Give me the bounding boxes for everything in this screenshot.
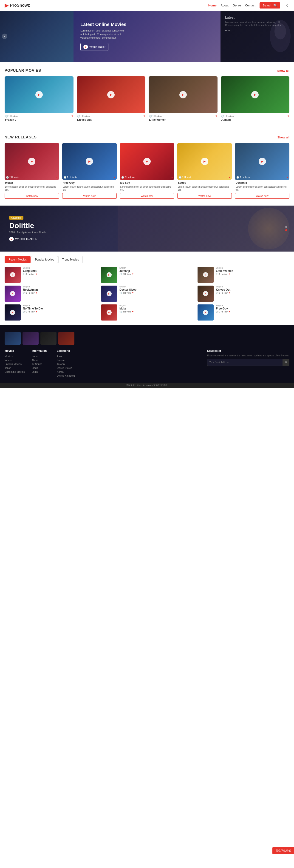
recent-play-button[interactable]: ▶ [10,310,15,315]
recent-movie-info: English Mulan 🕐 2 Hr 4min ♥ [120,304,193,313]
recent-play-button[interactable]: ▶ [203,310,208,315]
play-button[interactable]: ▶ [143,158,151,165]
movie-poster[interactable]: ▶ 🕐 2 Hr 4min ♥ [120,143,174,180]
recent-heart-icon[interactable]: ♥ [229,310,230,313]
heart-icon[interactable]: ♥ [71,115,73,118]
footer-link[interactable]: United States [57,367,75,369]
watch-trailer-button[interactable]: ▶ Watch Trailer [80,43,108,51]
newsletter-email-input[interactable] [207,359,283,366]
play-button[interactable]: ▶ [259,158,266,165]
heart-icon[interactable]: ♥ [56,176,58,179]
recent-title: Knives Out [216,288,289,291]
recent-heart-icon[interactable]: ♥ [132,291,134,294]
recent-play-button[interactable]: ▶ [203,272,208,277]
footer-link[interactable]: About [31,359,50,362]
hero-content: Latest Online Movies Lorem ipsum dolor s… [80,22,131,51]
footer-col: InformationHomeAboutTv SeriesBlogsLogin [31,349,50,378]
recent-thumb[interactable]: ▶ [198,304,214,320]
play-button[interactable]: ▶ [35,91,43,98]
play-button[interactable]: ▶ [201,158,208,165]
recent-thumb[interactable]: ▶ [5,286,21,302]
watch-now-button[interactable]: Watch now [120,193,174,199]
movie-poster[interactable]: ▶ 🕐 2 Hr 4min ♥ [177,143,232,180]
recent-thumb[interactable]: ▶ [5,304,21,320]
recent-play-button[interactable]: ▶ [106,310,111,315]
footer-link[interactable]: Movies [5,355,25,358]
recent-play-button[interactable]: ▶ [106,272,111,277]
popular-movies-show-all[interactable]: Show all [277,69,289,72]
recent-thumb[interactable]: ▶ [5,267,21,283]
heart-icon[interactable]: ♥ [113,176,115,179]
heart-icon[interactable]: ♥ [286,176,288,179]
footer-link[interactable]: United Kingdom [57,374,75,377]
play-button[interactable]: ▶ [86,158,93,165]
heart-icon[interactable]: ♥ [215,115,217,118]
nav-home[interactable]: Home [208,4,217,7]
footer-link[interactable]: Upcoming Movies [5,370,25,373]
movie-poster[interactable]: ▶ 🕐 2 Hr 4min ♥ [62,143,117,180]
promo-watch-button[interactable]: ▶ WATCH TRAILER [9,237,37,242]
movie-poster[interactable]: ▶ [5,76,73,113]
play-button[interactable]: ▶ [107,91,115,98]
heart-icon[interactable]: ♥ [143,115,145,118]
nav-about[interactable]: About [221,4,229,7]
recent-thumb[interactable]: ▶ [198,267,214,283]
promo-dot-2[interactable] [285,229,287,231]
search-button[interactable]: Search 🔍 [260,2,280,8]
movie-poster[interactable]: ▶ [221,76,290,113]
recent-thumb[interactable]: ▶ [198,286,214,302]
footer-link[interactable]: Home [31,355,50,358]
tab-popular-movies[interactable]: Popular Movies [31,256,58,263]
watch-now-button[interactable]: Watch now [5,193,59,199]
recent-heart-icon[interactable]: ♥ [36,310,37,313]
footer-link[interactable]: English Movies [5,363,25,365]
footer-link[interactable]: Login [31,370,50,373]
footer-link[interactable]: Videos [5,359,25,362]
heart-icon[interactable]: ♥ [287,115,289,118]
tab-trend-movies[interactable]: Trend Movies [58,256,83,263]
footer-link[interactable]: France [57,359,75,362]
recent-thumb[interactable]: ▶ [101,286,117,302]
footer-link[interactable]: Tailor [5,367,25,369]
tab-recent-movies[interactable]: Recent Movies [5,256,31,263]
recent-heart-icon[interactable]: ♥ [132,273,134,275]
recent-heart-icon[interactable]: ♥ [36,291,37,294]
newsletter-submit-button[interactable]: ✉ [283,359,289,366]
nav-genre[interactable]: Genre [233,4,241,7]
heart-icon[interactable]: ♥ [171,176,173,179]
recent-play-button[interactable]: ▶ [10,272,15,277]
dark-mode-toggle[interactable]: ☾ [286,3,289,8]
footer-link[interactable]: Blogs [31,367,50,369]
watch-now-button[interactable]: Watch now [177,193,232,199]
movie-title: Frozen 2 [5,118,73,121]
recent-play-button[interactable]: ▶ [10,291,15,296]
recent-heart-icon[interactable]: ♥ [229,273,230,275]
recent-thumb[interactable]: ▶ [101,304,117,320]
play-button[interactable]: ▶ [179,91,187,98]
play-button[interactable]: ▶ [28,158,35,165]
recent-heart-icon[interactable]: ♥ [36,273,37,275]
movie-poster[interactable]: ▶ 🕐 2 Hr 4min ♥ [235,143,289,180]
footer-link[interactable]: Asia [57,355,75,358]
movie-poster[interactable]: ▶ [77,76,145,113]
recent-heart-icon[interactable]: ♥ [132,310,134,313]
new-releases-show-all[interactable]: Show all [277,136,289,139]
footer-link[interactable]: Taiwan [57,363,75,365]
watch-now-button[interactable]: Watch now [235,193,289,199]
watch-now-button[interactable]: Watch now [62,193,117,199]
hero-prev-button[interactable]: ‹ [2,34,7,39]
recent-play-button[interactable]: ▶ [203,291,208,296]
play-button[interactable]: ▶ [251,91,259,98]
nav-contact[interactable]: Contact [245,4,255,7]
promo-title: Dolittle [9,221,47,230]
heart-icon[interactable]: ♥ [229,176,230,179]
recent-meta: 🕐 2 Hr 4min ♥ [23,291,96,294]
recent-heart-icon[interactable]: ♥ [229,291,230,294]
recent-play-button[interactable]: ▶ [106,291,111,296]
movie-poster[interactable]: ▶ [149,76,218,113]
recent-thumb[interactable]: ▶ [101,267,117,283]
footer-link[interactable]: Korea [57,370,75,373]
movie-poster[interactable]: ▶ 🕐 2 Hr 4min ♥ [5,143,59,180]
promo-dot-1[interactable] [285,226,287,228]
footer-link[interactable]: Tv Series [31,363,50,365]
